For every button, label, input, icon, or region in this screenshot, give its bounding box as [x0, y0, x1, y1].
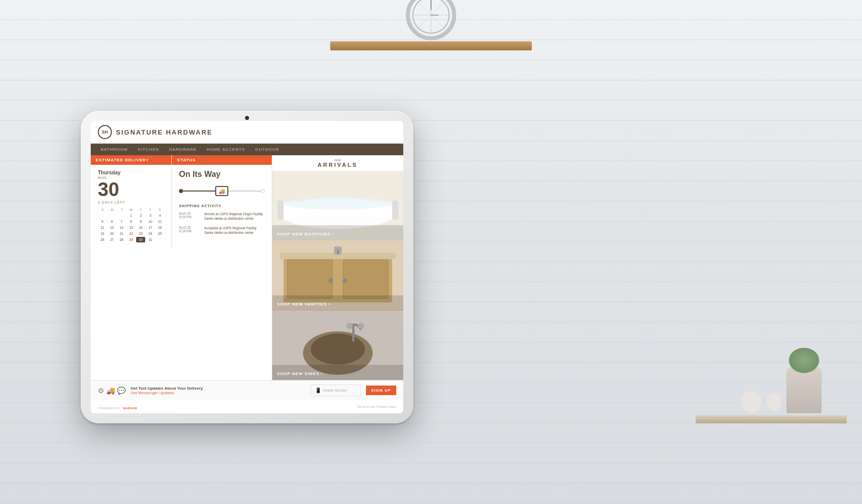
svg-point-12 [283, 197, 392, 210]
footer-text-block: Get Text Updates About Your Delivery Get… [131, 386, 305, 395]
product-card-vanity[interactable]: SHOP NEW VANITIES › [272, 240, 403, 310]
status-content: On Its Way 🚚 SHIPPING ACTIVITY [172, 165, 271, 247]
shipping-progress: 🚚 [179, 184, 264, 198]
svg-rect-11 [392, 200, 398, 219]
truck-icon: 🚚 [215, 186, 228, 196]
shipping-activity-label: SHIPPING ACTIVITY [179, 204, 264, 208]
arrivals-new-label: new [275, 158, 400, 162]
nav-kitchen[interactable]: KITCHEN [133, 144, 164, 155]
progress-line-2 [228, 191, 261, 192]
logo-icon: SH [98, 125, 112, 139]
tablet-outer: SH SIGNATURE HARDWARE BATHROOM KITCHEN H… [81, 111, 413, 423]
nav-hardware[interactable]: HARDWARE [164, 144, 202, 155]
svg-rect-10 [277, 200, 283, 219]
arrivals-title: ARRIVALS [275, 162, 400, 168]
estimated-delivery-header: ESTIMATED DELIVERY [91, 155, 172, 165]
footer-main-text: Get Text Updates About Your Delivery [131, 386, 305, 391]
truck-footer-icon: 🚚 [106, 387, 115, 395]
stone-1 [741, 391, 761, 413]
nav-outdoor[interactable]: OUTDOOR [250, 144, 284, 155]
top-shelf-decor [330, 0, 532, 50]
progress-end-dot [261, 189, 265, 193]
svg-point-18 [342, 279, 347, 283]
settings-icon: ⚙ [98, 387, 104, 395]
app-nav: BATHROOM KITCHEN HARDWARE HOME ACCENTS O… [91, 144, 403, 155]
activity-2-date: AUG 25 8:24 PM [179, 226, 200, 235]
sink-card-overlay: SHOP NEW SINKS › [272, 365, 403, 380]
arrivals-header: new ARRIVALS [272, 155, 403, 171]
bathtub-label: SHOP NEW BATHTUBS › [277, 232, 334, 236]
delivery-day: Thursday [98, 170, 164, 175]
chat-icon: 💬 [117, 387, 126, 395]
app-footer: ⚙ 🚚 💬 Get Text Updates About Your Delive… [91, 380, 403, 400]
svg-point-27 [358, 323, 364, 329]
vanity-card-overlay: SHOP NEW VANITIES › [272, 295, 403, 310]
powered-by: POWERED BY narvar [98, 402, 137, 411]
messenger-link[interactable]: Get Messenger Updates [131, 391, 305, 395]
estimated-delivery-label: ESTIMATED DELIVERY [91, 155, 171, 165]
activity-1-desc: Arrived at USPS Regional Origin Facility… [204, 212, 263, 221]
powered-footer: POWERED BY narvar Terms of Use | Privacy… [91, 400, 403, 413]
mobile-placeholder: Mobile Number [323, 389, 347, 392]
days-left: 3 DAYS LEFT [98, 201, 164, 204]
stone-2 [766, 393, 781, 411]
app-header: SH SIGNATURE HARDWARE [91, 121, 403, 144]
svg-rect-16 [343, 260, 388, 299]
progress-start-dot [179, 189, 183, 193]
status-title: On Its Way [179, 170, 264, 179]
svg-rect-15 [287, 260, 332, 299]
app-content: ESTIMATED DELIVERY STATUS Thursday AUG 3… [91, 155, 403, 380]
product-card-bathtub[interactable]: SHOP NEW BATHTUBS › [272, 171, 403, 240]
signup-button[interactable]: SIGN UP [366, 386, 396, 395]
vanity-label: SHOP NEW VANITIES › [277, 302, 331, 306]
shelf-board-top [330, 41, 532, 50]
mobile-input-wrapper: 📱 Mobile Number [311, 385, 361, 396]
product-card-sink[interactable]: SHOP NEW SINKS › [272, 310, 403, 380]
tablet-camera [245, 116, 249, 120]
footer-icons: ⚙ 🚚 💬 [98, 387, 126, 395]
status-label: STATUS [172, 155, 271, 165]
tablet: SH SIGNATURE HARDWARE BATHROOM KITCHEN H… [81, 111, 413, 423]
delivery-date: 30 [98, 180, 164, 199]
status-section: On Its Way 🚚 SHIPPING ACTIVITY [172, 165, 271, 247]
plant-leaves [789, 348, 819, 373]
legal-links[interactable]: Terms of Use | Privacy Policy [357, 405, 396, 408]
delivery-content: Thursday AUG 30 3 DAYS LEFT S M T W [91, 165, 272, 247]
clock-decor [406, 0, 456, 40]
cal-header: S M T W T F S [98, 208, 164, 211]
mini-calendar: S M T W T F S [98, 208, 164, 242]
sink-label: SHOP NEW SINKS › [277, 371, 323, 376]
cal-grid: 1 2 3 4 5 6 7 8 9 10 [98, 213, 164, 242]
app-title: SIGNATURE HARDWARE [116, 129, 213, 136]
narvar-brand: narvar [123, 407, 137, 410]
vase-plant [786, 368, 822, 413]
progress-line-1 [183, 191, 215, 192]
panel-headers: ESTIMATED DELIVERY STATUS [91, 155, 272, 165]
activity-2-desc: Accepted at USPS Regional FacilitySanta … [204, 226, 256, 235]
svg-point-17 [328, 279, 333, 283]
nav-home-accents[interactable]: HOME ACCENTS [202, 144, 250, 155]
shelf-board-right [696, 415, 847, 423]
nav-bathroom[interactable]: BATHROOM [96, 144, 133, 155]
activity-1-date: AUG 25 9:24 PM [179, 212, 200, 221]
delivery-left: Thursday AUG 30 3 DAYS LEFT S M T W [91, 165, 172, 247]
left-panel: ESTIMATED DELIVERY STATUS Thursday AUG 3… [91, 155, 272, 380]
svg-point-24 [311, 334, 365, 364]
phone-icon: 📱 [315, 388, 321, 393]
right-decor [741, 368, 822, 413]
tablet-screen: SH SIGNATURE HARDWARE BATHROOM KITCHEN H… [91, 121, 403, 413]
svg-point-26 [346, 323, 352, 329]
product-cards: SHOP NEW BATHTUBS › [272, 171, 403, 380]
status-header: STATUS [172, 155, 271, 165]
new-arrivals-panel: new ARRIVALS [272, 155, 403, 380]
activity-item-1: AUG 25 9:24 PM Arrived at USPS Regional … [179, 212, 264, 221]
bathtub-card-overlay: SHOP NEW BATHTUBS › [272, 225, 403, 240]
activity-item-2: AUG 25 8:24 PM Accepted at USPS Regional… [179, 226, 264, 235]
